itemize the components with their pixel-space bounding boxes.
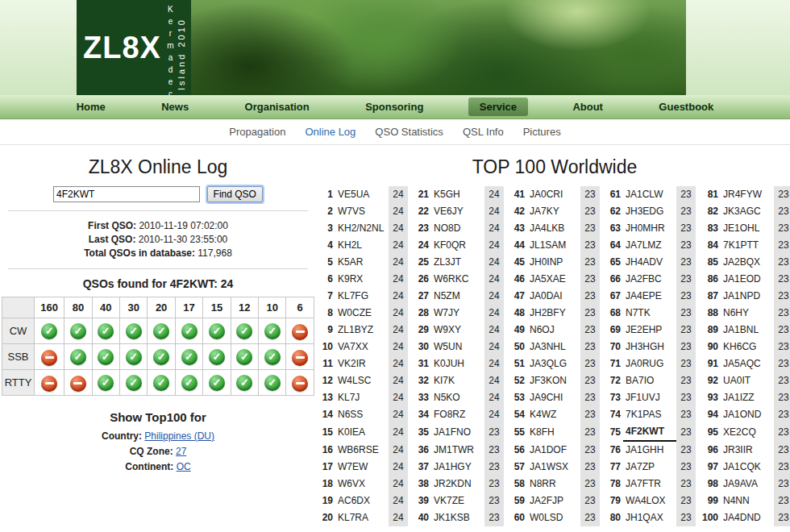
nav-item-home[interactable]: Home [65, 98, 117, 116]
top100-rank: 21 [412, 186, 431, 203]
band-cell [286, 318, 314, 344]
top100-row: 18W6VX2438JR2KDN2358N8RR2378JA7FTR2398JA… [316, 476, 790, 493]
top100-count: 23 [580, 271, 600, 288]
top100-count: 23 [676, 389, 696, 406]
band-row-ssb: SSB✓✓✓✓✓✓✓✓ [2, 344, 314, 370]
callsign-search-input[interactable] [53, 186, 200, 202]
band-cell: ✓ [259, 344, 286, 370]
band-cell: ✓ [175, 344, 202, 370]
not-worked-dash-icon [41, 376, 57, 392]
top100-rank: 70 [604, 339, 623, 355]
band-cell [64, 370, 92, 396]
dash-bar [73, 382, 82, 384]
subnav-item-propagation[interactable]: Propagation [229, 126, 285, 138]
nav-item-organisation[interactable]: Organisation [234, 98, 321, 116]
top100-call: KF0QR [431, 237, 484, 254]
main-nav: HomeNewsOrganisationSponsoringServiceAbo… [0, 95, 790, 119]
nav-item-about[interactable]: About [561, 98, 614, 116]
top100-count: 23 [774, 220, 790, 237]
worked-check-icon: ✓ [126, 349, 142, 365]
top100-rank: 88 [700, 305, 721, 322]
top100-row: 16WB6RSE2436JM1TWR2356JA1DOF2376JA1GHH23… [316, 441, 790, 459]
find-qso-button[interactable]: Find QSO [207, 186, 263, 202]
top100-call: ZL3JT [431, 254, 484, 271]
top100-rank: 28 [412, 305, 431, 322]
top100-rank: 6 [316, 271, 335, 288]
top100-rank: 11 [316, 355, 335, 372]
top100-call: VK7ZE [431, 493, 484, 509]
top100-call: K9RX [335, 271, 389, 288]
nav-item-news[interactable]: News [150, 98, 200, 116]
top100-call: JE1OHL [721, 220, 774, 237]
stat-value: 2010-11-19 07:02:00 [139, 220, 228, 231]
top100-count: 23 [484, 509, 504, 526]
worked-check-icon: ✓ [209, 323, 225, 339]
band-cell: ✓ [148, 344, 175, 370]
top100-call: JA4EPE [623, 288, 676, 305]
top100-rank: 66 [604, 271, 623, 288]
top100-call: JA2FBC [623, 271, 676, 288]
top100-rank: 100 [700, 509, 721, 526]
top100-count: 24 [389, 423, 408, 441]
top100-count: 24 [389, 339, 408, 355]
top100-count: 23 [676, 322, 696, 339]
show-link-continent[interactable]: OC [177, 461, 191, 472]
subnav-item-qsl-info[interactable]: QSL Info [463, 126, 504, 138]
subnav-item-qso-statistics[interactable]: QSO Statistics [375, 126, 443, 138]
top100-count: 23 [676, 355, 696, 372]
top100-count: 23 [580, 305, 600, 322]
band-cell [35, 370, 64, 396]
band-header-17: 17 [175, 297, 202, 318]
top100-call: XE2CQ [721, 423, 774, 441]
top100-call: JA7KY [527, 203, 580, 220]
top100-call: JE2EHP [623, 322, 676, 339]
top100-rank: 58 [508, 476, 527, 493]
top100-call: JH3HGH [623, 339, 676, 355]
show-link-country[interactable]: Philippines (DU) [144, 430, 214, 442]
top100-count: 24 [389, 476, 408, 493]
top100-count: 23 [580, 389, 600, 406]
top100-rank: 74 [604, 406, 623, 423]
top100-call: WA4LOX [623, 493, 676, 509]
top100-count: 24 [389, 509, 408, 526]
not-worked-dash-icon [292, 376, 308, 392]
nav-item-sponsoring[interactable]: Sponsoring [354, 98, 434, 116]
top100-count: 24 [484, 339, 504, 355]
show-top100-rows: Country: Philippines (DU)CQ Zone: 27Cont… [2, 429, 314, 475]
top100-rank: 35 [412, 423, 431, 441]
top100-rank: 50 [508, 339, 527, 355]
top100-rank: 30 [412, 339, 431, 355]
band-cell [286, 344, 314, 370]
top100-rank: 18 [316, 476, 335, 493]
show-top100-row: CQ Zone: 27 [2, 444, 314, 459]
top100-count: 23 [676, 305, 696, 322]
worked-check-icon: ✓ [209, 349, 225, 365]
top100-rank: 29 [412, 322, 431, 339]
top100-call: N7TK [623, 305, 676, 322]
top100-count: 23 [580, 203, 600, 220]
worked-check-icon: ✓ [126, 375, 142, 391]
top100-count: 23 [676, 441, 696, 459]
nav-item-service[interactable]: Service [468, 98, 528, 116]
stat-line: First QSO: 2010-11-19 07:02:00 [2, 219, 314, 233]
top100-call: FO8RZ [431, 406, 484, 423]
top100-rank: 51 [508, 355, 527, 372]
subnav-item-online-log[interactable]: Online Log [305, 126, 356, 138]
top100-call: JA1EOD [721, 271, 774, 288]
logo-title: ZL8X [83, 31, 161, 65]
top100-rank: 13 [316, 389, 335, 406]
top100-rank: 42 [508, 203, 527, 220]
nav-item-guestbook[interactable]: Guestbook [647, 98, 725, 116]
top100-call: N6SS [335, 406, 389, 423]
top100-count: 23 [774, 389, 790, 406]
show-link-cq-zone[interactable]: 27 [176, 446, 186, 457]
band-cell: ✓ [203, 370, 231, 396]
top100-rank: 23 [412, 220, 431, 237]
top100-count: 24 [389, 322, 408, 339]
top100-call: JR3IIR [721, 441, 774, 459]
top100-call: K8FH [527, 423, 580, 441]
top100-call: JA1CLW [623, 186, 676, 203]
subnav-item-pictures[interactable]: Pictures [523, 126, 561, 138]
top100-call: 7K1PTT [721, 237, 774, 254]
top100-rank: 65 [604, 254, 623, 271]
